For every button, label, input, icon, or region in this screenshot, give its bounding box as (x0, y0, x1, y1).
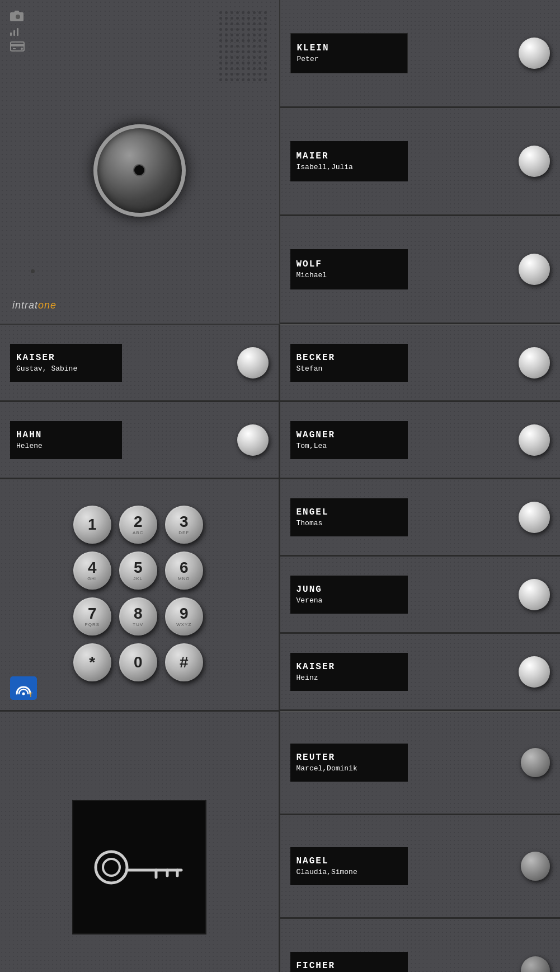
call-button-wagner[interactable] (519, 424, 550, 456)
key-0[interactable]: 0 (119, 643, 157, 681)
firstname-nagel: Claudia,Simone (297, 868, 402, 876)
key-icon (89, 845, 190, 890)
firstname-becker: Stefan (297, 364, 402, 373)
lastname-kaiser-h: KAISER (297, 662, 402, 672)
key-#[interactable]: # (165, 643, 203, 681)
firstname-wolf: Michael (297, 271, 402, 279)
lastname-jung: JUNG (297, 585, 402, 595)
name-display-wolf: WOLF Michael (290, 249, 408, 289)
entry-wolf: WOLF Michael (280, 216, 561, 324)
call-button-wolf[interactable] (519, 254, 550, 285)
name-display-becker: BECKER Stefan (290, 344, 408, 382)
svg-point-0 (16, 15, 20, 19)
brand-logo: intratone (12, 300, 57, 311)
call-button-kaiser-h[interactable] (519, 656, 550, 688)
call-button-reuter[interactable] (521, 748, 550, 777)
name-display-jung: JUNG Verena (290, 576, 408, 614)
entry-hahn: HAHN Helene (0, 402, 280, 479)
key-7[interactable]: 7PQRS (73, 597, 111, 635)
name-display-klein: KLEIN Peter (290, 33, 408, 73)
call-button-becker[interactable] (519, 347, 550, 378)
key-8[interactable]: 8TUV (119, 597, 157, 635)
lastname-wolf: WOLF (297, 259, 402, 269)
key-5[interactable]: 5JKL (119, 552, 157, 590)
name-display-kaiser-g: KAISER Gustav, Sabine (10, 344, 122, 382)
entry-kaiser-h: KAISER Heinz (280, 634, 561, 711)
key-main-*: * (89, 655, 95, 670)
keypad-panel: 12ABC3DEF4GHI5JKL6MNO7PQRS8TUV9WXYZ*0# T (0, 479, 280, 712)
nfc-panel (0, 712, 280, 972)
call-button-kaiser-g[interactable] (237, 347, 269, 378)
firstname-wagner: Tom,Lea (297, 442, 402, 450)
entry-maier: MAIER Isabell,Julia (280, 108, 561, 216)
right-bottom-entries: REUTER Marcel,Dominik NAGEL Claudia,Simo… (280, 712, 561, 972)
camera-panel: intratone (0, 0, 280, 325)
name-display-engel: ENGEL Thomas (290, 498, 408, 536)
key-sub-7: PQRS (84, 622, 100, 627)
lastname-engel: ENGEL (297, 507, 402, 517)
call-button-jung[interactable] (519, 579, 550, 610)
speaker-dots (219, 11, 268, 82)
camera-icon (10, 10, 26, 22)
key-sub-4: GHI (87, 576, 97, 581)
key-sub-2: ABC (133, 530, 143, 535)
entry-engel: ENGEL Thomas (280, 479, 561, 557)
key-main-1: 1 (88, 517, 97, 532)
svg-point-7 (96, 852, 127, 883)
key-sub-6: MNO (178, 576, 190, 581)
firstname-reuter: Marcel,Dominik (297, 764, 402, 773)
key-sub-9: WXYZ (176, 622, 191, 627)
camera-lens-center (133, 164, 145, 176)
firstname-maier: Isabell,Julia (297, 163, 402, 171)
signal-icon (10, 28, 26, 36)
firstname-jung: Verena (297, 596, 402, 605)
lastname-ficher: FICHER (297, 961, 402, 971)
key-main-4: 4 (88, 560, 97, 576)
key-6[interactable]: 6MNO (165, 552, 203, 590)
nfc-screen (72, 800, 206, 934)
camera-lens (93, 124, 186, 217)
key-*[interactable]: * (73, 643, 111, 681)
key-sub-5: JKL (133, 576, 143, 581)
call-button-engel[interactable] (519, 502, 550, 533)
entry-kaiser-gustav: KAISER Gustav, Sabine (0, 325, 280, 402)
svg-rect-2 (11, 44, 24, 46)
key-main-6: 6 (180, 560, 189, 576)
key-1[interactable]: 1 (73, 506, 111, 544)
key-4[interactable]: 4GHI (73, 552, 111, 590)
key-main-2: 2 (134, 514, 143, 530)
entry-reuter: REUTER Marcel,Dominik (280, 712, 561, 815)
status-dot (31, 269, 35, 273)
call-button-klein[interactable] (519, 38, 550, 69)
name-display-maier: MAIER Isabell,Julia (290, 141, 408, 181)
key-9[interactable]: 9WXYZ (165, 597, 203, 635)
lastname-nagel: NAGEL (297, 856, 402, 866)
name-display-nagel: NAGEL Claudia,Simone (290, 847, 408, 885)
key-sub-8: TUV (133, 622, 143, 627)
card-icon (10, 41, 25, 52)
call-button-maier[interactable] (519, 146, 550, 177)
firstname-hahn: Helene (16, 442, 116, 450)
key-main-3: 3 (180, 514, 189, 530)
entry-wagner: WAGNER Tom,Lea (280, 402, 561, 479)
svg-point-5 (22, 693, 25, 695)
call-button-hahn[interactable] (237, 424, 269, 456)
svg-point-4 (21, 48, 23, 50)
lastname-becker: BECKER (297, 353, 402, 363)
name-display-hahn: HAHN Helene (10, 421, 122, 459)
call-button-nagel[interactable] (521, 852, 550, 881)
key-main-8: 8 (134, 606, 143, 621)
key-3[interactable]: 3DEF (165, 506, 203, 544)
key-2[interactable]: 2ABC (119, 506, 157, 544)
key-sub-3: DEF (178, 530, 189, 535)
feature-icons (10, 10, 26, 52)
firstname-engel: Thomas (297, 519, 402, 527)
name-display-kaiser-h: KAISER Heinz (290, 653, 408, 691)
key-main-7: 7 (88, 606, 97, 621)
lastname-hahn: HAHN (16, 430, 116, 440)
keypad-grid: 12ABC3DEF4GHI5JKL6MNO7PQRS8TUV9WXYZ*0# (73, 506, 205, 684)
call-button-ficher[interactable] (521, 956, 550, 973)
entry-becker: BECKER Stefan (280, 325, 561, 402)
brand-prefix: intrat (12, 300, 38, 311)
name-display-wagner: WAGNER Tom,Lea (290, 421, 408, 459)
